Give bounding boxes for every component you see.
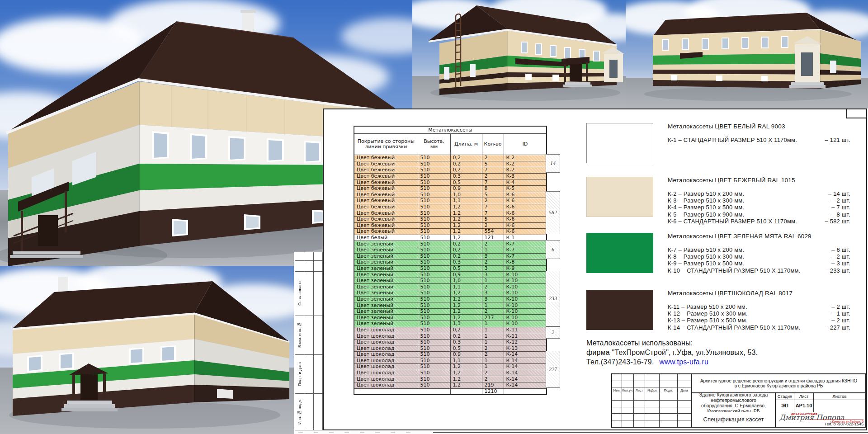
spec-row: Цвет зеленый5100,23К-7 — [354, 253, 547, 259]
spec-table-title: Металлокассеты — [354, 126, 547, 134]
spec-row: Цвет шоколад5100,92К-14 — [354, 352, 547, 358]
spec-row: Цвет зеленый5100,93К-10 — [354, 272, 547, 278]
legend-item: К-13 – Размер 510 х 500 мм.– 2 шт. — [668, 317, 850, 324]
sheet-bottom-edge — [433, 432, 868, 433]
margin-label: Согласовано — [295, 271, 304, 316]
sheets-label: Листов — [814, 393, 865, 400]
spec-row: Цвет белый5101,2121К-1 — [354, 235, 547, 241]
spec-row: Цвет бежевый5101,25К-6 — [354, 216, 547, 222]
legend-item: К-10 – СТАНДАРТНЫЙ РАЗМЕР 510 Х 1170мм.–… — [668, 267, 850, 274]
sheet-number: АР1.10 — [794, 400, 814, 412]
spec-table: Металлокассеты Покрытие со стороны линии… — [354, 126, 547, 395]
spec-row: Цвет бежевый5101,05К-6 — [354, 192, 547, 198]
spec-row: Цвет зеленый5100,32К-8 — [354, 259, 547, 266]
spec-row: Цвет бежевый5100,57К-4 — [354, 179, 547, 186]
legend-title: Металокассеты ЦВЕТ БЕЛЫЙ RAL 9003 — [668, 123, 850, 130]
revision-col-header: Лист — [634, 387, 645, 394]
spec-row: Цвет зеленый5100,53К-9 — [354, 265, 547, 272]
spec-row: Цвет шоколад5100,31К-12 — [354, 339, 547, 345]
legend-item: К-7 – Размер 510 х 200 мм.– 6 шт. — [668, 246, 850, 253]
spec-row: Цвет зеленый5101,31К-10 — [354, 321, 547, 327]
spec-row: Цвет бежевый5100,25К-2 — [354, 161, 547, 167]
spec-row: Цвет бежевый5101,2554К-6 — [354, 229, 547, 235]
spec-col-header: Высота, мм — [418, 134, 450, 155]
legend-item: К-1 – СТАНДАРТНЫЙ РАЗМЕР 510 Х 1170мм.– … — [668, 137, 850, 143]
qty-bracket: 6 — [546, 240, 560, 259]
sheet-margin-strip: СогласованоВзам. инв. №Подп. и датаИнв. … — [295, 252, 323, 430]
spec-row: Цвет бежевый5101,12К-6 — [354, 198, 547, 204]
spec-row: Цвет зеленый5101,22К-10 — [354, 308, 547, 315]
spec-row: Цвет зеленый5101,23К-10 — [354, 296, 547, 302]
revision-col-header: Дата — [678, 387, 691, 394]
legend-item: К-9 – Размер 510 х 500 мм.– 3 шт. — [668, 260, 850, 267]
legend-item: К-12 – Размер 510 х 300 мм.– 1 шт. — [668, 310, 850, 317]
building-render-rear-corner-icon — [0, 266, 294, 434]
revision-col-header: №Док — [645, 387, 660, 394]
spec-row: Цвет шоколад5101,22К-14 — [354, 370, 547, 376]
spec-row: Цвет бежевый5101,27К-6 — [354, 204, 547, 210]
legend-title: Металокассеты ЦВЕТШОКОЛАД RAL 8017 — [668, 290, 850, 297]
spec-row: Цвет шоколад5101,22К-14 — [354, 376, 547, 382]
spec-sheet-frame: Металлокассеты Покрытие со стороны линии… — [323, 108, 867, 430]
spec-col-header: ID — [504, 134, 547, 155]
spec-row: Цвет бежевый5100,27К-2 — [354, 167, 547, 174]
studio-logo: ДИЗАЙН-СТУДИЯ Дмитрия Попова г.Кумертау,… — [776, 412, 865, 427]
spec-row: Цвет бежевый5100,32К-3 — [354, 173, 547, 179]
legend-item: К-14 – СТАНДАРТНЫЙ РАЗМЕР 510 Х 1170мм.–… — [668, 324, 850, 331]
doc-title: Спецификация кассет — [691, 412, 776, 427]
qty-brackets-layer: 1458262332227 — [546, 126, 564, 395]
spec-row: Цвет шоколад5101,2219К-14 — [354, 382, 547, 388]
legend-section: Металокассеты ЦВЕТШОКОЛАД RAL 8017К-11 –… — [586, 290, 850, 331]
revision-col-header: Изм. — [612, 387, 622, 394]
spec-row: Цвет бежевый5101,22К-6 — [354, 222, 547, 229]
legend-section: Металокассеты ЦВЕТ ЗЕЛЕНАЯ МЯТА RAL 6029… — [586, 233, 850, 274]
spec-row: Цвет бежевый5100,22К-2 — [354, 155, 547, 161]
object-description: Здание Куюргазинского завода нефтепромыс… — [691, 393, 776, 412]
spec-row: Цвет шоколад5100,21К-11 — [354, 333, 547, 340]
legend-item: К-6 – СТАНДАРТНЫЙ РАЗМЕР 510 Х 1170мм.– … — [668, 218, 850, 225]
qty-bracket: 2 — [546, 326, 560, 339]
spec-row: Цвет шоколад5100,52К-13 — [354, 345, 547, 352]
spec-col-header: Кол-во — [482, 134, 504, 155]
legend-section: Металокассеты ЦВЕТ БЕЛЫЙ RAL 9003К-1 – С… — [586, 123, 850, 163]
spec-total-row: 1210 — [354, 388, 547, 395]
title-block: Изм.Кол.уч.Лист№ДокПодп.Дата Архитектурн… — [611, 373, 866, 428]
spec-table-header: Покрытие со стороны линии привязкиВысота… — [354, 134, 547, 155]
usage-phone: Тел.(347)243-16-79. — [586, 358, 654, 366]
color-swatch — [586, 290, 653, 330]
cut-text-sliver — [298, 432, 411, 433]
spec-row: Цвет шоколад5101,21К-14 — [354, 364, 547, 370]
spec-row: Цвет шоколад5101,11К-14 — [354, 358, 547, 364]
stage-sheet-grid: Стадия Лист Листов ЭП АР1.10 — [776, 393, 865, 412]
studio-phone: Тел. 8 -937-322-1545 — [824, 422, 863, 426]
building-render-front-facade-icon — [626, 0, 868, 108]
spec-row: Цвет зеленый5101,2217К-10 — [354, 315, 547, 321]
margin-label: Взам. инв. № — [295, 316, 304, 354]
stage-label: Стадия — [776, 393, 794, 400]
margin-label: Инв. № подл. — [295, 393, 304, 430]
sheets-value — [814, 400, 865, 412]
project-description: Архитектурное решение реконструкции и от… — [691, 374, 865, 393]
qty-bracket: 233 — [546, 271, 560, 326]
tps-ufa-link[interactable]: www.tps-ufa.ru — [660, 358, 709, 366]
drawing-sheet-screenshot: Металлокассеты Покрытие со стороны линии… — [0, 0, 868, 434]
color-swatch — [586, 123, 653, 163]
legend-item: К-11 – Размер 510 х 200 мм.– 2 шт. — [668, 303, 850, 310]
stage-value: ЭП — [776, 400, 794, 412]
legend-title: Металокассеты ЦВЕТ БЕЖЕВЫЙ RAL 1015 — [668, 177, 850, 184]
building-render-side-ladder-icon — [412, 0, 626, 108]
revision-col-header: Подп. — [660, 387, 678, 394]
legend-item: К-4 – Размер 510 х 500 мм.– 7 шт. — [668, 204, 850, 211]
legend-item: К-5 – Размер 510 х 900 мм.– 8 шт. — [668, 211, 850, 218]
margin-label: Подп. и дата — [295, 354, 304, 393]
spec-col-header: Длина, м — [450, 134, 482, 155]
color-swatch — [586, 177, 653, 217]
color-swatch — [586, 233, 653, 273]
legend-item: К-8 – Размер 510 х 300 мм.– 2 шт. — [668, 253, 850, 260]
revision-col-header: Кол.уч. — [622, 387, 634, 394]
usage-line-1: Металокассеты использованы: — [586, 338, 758, 348]
usage-note: Металокассеты использованы: фирма "ТехПр… — [586, 338, 758, 367]
legend-item: К-3 – Размер 510 х 300 мм.– 2 шт. — [668, 197, 850, 204]
spec-table-wrap: Металлокассеты Покрытие со стороны линии… — [354, 126, 566, 395]
spec-row: Цвет бежевый5100,98К-5 — [354, 185, 547, 192]
